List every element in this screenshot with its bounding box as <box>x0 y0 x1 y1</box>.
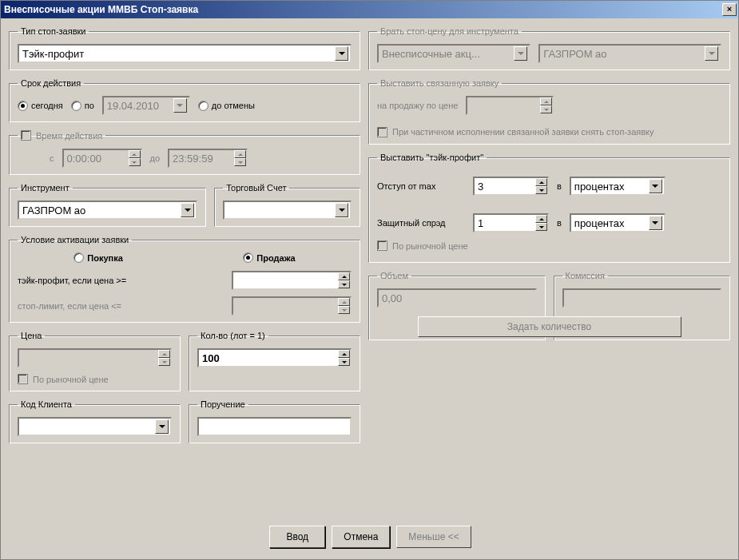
tp-market-checkbox: По рыночной цене <box>377 240 721 251</box>
validity-today-radio[interactable]: сегодня <box>18 101 63 111</box>
partial-cancel-checkbox: При частичном исполнении связанной заявк… <box>377 126 721 137</box>
client-code-combo[interactable] <box>18 417 172 436</box>
instrument-legend: Инструмент <box>18 183 73 193</box>
volume-input: 0,00 <box>377 288 537 308</box>
tp-condition-label: тэйк-профит, если цена >= <box>18 276 126 285</box>
spin-up-icon <box>540 97 552 105</box>
activation-legend: Условие активации заявки <box>18 235 132 244</box>
price-legend: Цена <box>18 331 45 340</box>
activation-group: Условие активации заявки Покупка Продажа… <box>9 235 360 323</box>
validity-legend: Срок действия <box>18 78 84 88</box>
instruction-legend: Поручение <box>197 399 248 409</box>
spin-down-icon <box>129 158 141 166</box>
titlebar: Внесписочные акции ММВБ Стоп-заявка × <box>1 1 738 18</box>
validity-group: Срок действия сегодня по 19.04.2010 <box>9 78 360 122</box>
stop-instrument-combo: ГАЗПРОМ ао <box>538 44 721 63</box>
account-combo[interactable] <box>223 201 352 220</box>
spin-up-icon <box>129 150 141 158</box>
buy-radio[interactable]: Покупка <box>74 252 123 263</box>
tp-price-spinner[interactable] <box>232 271 352 290</box>
volume-legend: Объем <box>377 271 411 280</box>
spin-down-icon[interactable] <box>338 280 350 288</box>
spin-down-icon[interactable] <box>535 223 547 231</box>
linked-order-group: Выставить связанную заявку на продажу по… <box>368 78 730 145</box>
close-button[interactable]: × <box>722 3 737 16</box>
spin-up-icon <box>158 350 170 358</box>
instruction-input[interactable] <box>197 417 352 436</box>
sl-condition-label: стоп-лимит, если цена <= <box>18 301 121 311</box>
offset-spinner[interactable]: 3 <box>473 177 549 196</box>
chevron-down-icon <box>649 216 662 230</box>
validity-until-radio[interactable]: по <box>71 101 94 111</box>
spread-spinner[interactable]: 1 <box>473 213 549 232</box>
time-to-spinner: 23:59:59 <box>168 149 248 168</box>
set-qty-button: Задать количество <box>418 316 681 337</box>
takeprofit-legend: Выставить "тэйк-профит" <box>377 153 487 162</box>
time-to-label: до <box>150 153 161 163</box>
time-from-spinner: 0:00:00 <box>62 149 142 168</box>
commission-input <box>562 288 722 308</box>
spread-units-combo[interactable]: процентах <box>570 213 665 232</box>
qty-legend: Кол-во (лот = 1) <box>197 331 268 340</box>
stop-price-source-group: Брать стоп-цену для инструмента Внесписо… <box>368 26 730 70</box>
account-legend: Торговый Счет <box>223 183 289 193</box>
qty-spinner[interactable]: 100 <box>197 348 352 367</box>
chevron-down-icon <box>335 46 348 61</box>
sell-radio[interactable]: Продажа <box>243 252 295 263</box>
stop-type-combo[interactable]: Тэйк-профит <box>18 44 352 63</box>
spin-up-icon[interactable] <box>535 215 547 223</box>
qty-group: Кол-во (лот = 1) 100 <box>189 331 360 391</box>
spin-up-icon <box>338 298 350 306</box>
sl-price-spinner <box>232 296 352 316</box>
chevron-down-icon <box>335 203 348 217</box>
time-group: Время действия с 0:00:00 до 23:59:59 <box>9 130 360 175</box>
time-legend: Время действия <box>18 130 105 141</box>
spin-down-icon <box>338 306 350 314</box>
chevron-down-icon <box>705 46 718 61</box>
takeprofit-group: Выставить "тэйк-профит" Отступ от max 3 … <box>368 153 730 263</box>
spin-up-icon[interactable] <box>338 272 350 280</box>
price-group: Цена По рыночной цене <box>9 331 181 391</box>
type-group: Тип стоп-заявки Тэйк-профит <box>9 26 360 70</box>
chevron-down-icon <box>514 46 527 61</box>
instrument-combo[interactable]: ГАЗПРОМ ао <box>18 201 197 220</box>
spin-down-icon[interactable] <box>338 358 350 366</box>
chevron-down-icon <box>155 419 169 434</box>
account-group: Торговый Счет <box>214 183 360 227</box>
client-code-group: Код Клиента <box>9 399 181 443</box>
validity-cancel-radio[interactable]: до отмены <box>198 101 255 111</box>
spin-up-icon[interactable] <box>535 178 547 186</box>
time-from-label: с <box>50 153 54 163</box>
spin-down-icon <box>234 158 246 166</box>
linked-sell-label: на продажу по цене <box>377 101 458 110</box>
stop-class-combo: Внесписочные акц... <box>377 44 530 63</box>
commission-legend: Комиссия <box>562 271 608 280</box>
offset-label: Отступ от max <box>377 181 465 191</box>
instrument-group: Инструмент ГАЗПРОМ ао <box>9 183 206 227</box>
chevron-down-icon <box>173 98 187 113</box>
spin-up-icon[interactable] <box>338 350 350 358</box>
client-code-legend: Код Клиента <box>18 399 75 409</box>
button-bar: Ввод Отмена Меньше << <box>1 526 739 548</box>
offset-units-combo[interactable]: процентах <box>570 177 665 196</box>
stop-order-dialog: Внесписочные акции ММВБ Стоп-заявка × Ти… <box>0 0 739 560</box>
type-legend: Тип стоп-заявки <box>18 26 89 36</box>
validity-date-combo: 19.04.2010 <box>102 96 190 115</box>
cancel-button[interactable]: Отмена <box>332 526 390 548</box>
linked-legend: Выставить связанную заявку <box>377 78 502 88</box>
market-price-checkbox: По рыночной цене <box>18 374 172 384</box>
spread-label: Защитный спрэд <box>377 218 465 228</box>
spin-up-icon <box>234 150 246 158</box>
spin-down-icon[interactable] <box>535 186 547 194</box>
offset-in-label: в <box>557 181 562 191</box>
submit-button[interactable]: Ввод <box>269 526 325 548</box>
time-enable-checkbox <box>21 130 31 141</box>
spread-in-label: в <box>557 218 562 228</box>
chevron-down-icon <box>181 203 194 217</box>
spin-down-icon <box>540 105 552 113</box>
chevron-down-icon <box>649 179 662 193</box>
linked-price-spinner <box>466 96 554 115</box>
price-spinner <box>18 348 172 367</box>
less-button: Меньше << <box>396 526 471 548</box>
stop-price-legend: Брать стоп-цену для инструмента <box>377 26 522 36</box>
